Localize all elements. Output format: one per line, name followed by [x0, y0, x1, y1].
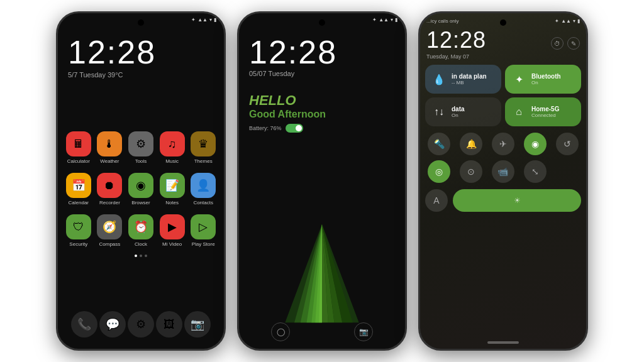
data-drop-icon: 💧 [431, 72, 447, 87]
app-mivideo[interactable]: ▶ Mi Video [158, 214, 187, 247]
tile-bluetooth[interactable]: ✦ Bluetooth On [505, 65, 581, 94]
dock-phone[interactable]: 📞 [71, 311, 97, 337]
app-weather[interactable]: 🌡 Weather [96, 131, 125, 164]
bt-icon-2: ✦ [372, 17, 377, 23]
dock-gallery[interactable]: 🖼 [156, 311, 182, 337]
bluetooth-icon: ✦ [191, 17, 196, 23]
toggle-row-1: 🔦 🔔 ✈ ◉ ↺ [420, 130, 586, 158]
app-calendar[interactable]: 📅 Calendar [64, 173, 93, 206]
tile-mobile-data[interactable]: ↑↓ data On [425, 97, 501, 126]
battery-icon: ▮ [214, 17, 216, 23]
battery-label: Battery: 76% [249, 125, 282, 131]
app-icon-playstore: ▷ [191, 214, 216, 239]
tile-mdata-text: data On [452, 106, 465, 118]
app-grid-1: 🖩 Calculator 🌡 Weather ⚙ Tools ♫ Music ♛… [58, 119, 224, 252]
app-icon-browser: ◉ [128, 173, 153, 198]
clock-area-2: 12:28 05/07 Tuesday [239, 26, 405, 80]
app-label-calendar: Calendar [69, 200, 89, 206]
tile-data-sub: -- MB [452, 80, 487, 85]
torch-toggle[interactable]: 🔦 [428, 133, 450, 155]
battery-toggle[interactable] [286, 124, 303, 133]
nav-camera-btn[interactable]: 📷 [354, 322, 373, 341]
app-security[interactable]: 🛡 Security [64, 214, 93, 247]
brightness-row: A ☀ [420, 185, 586, 216]
phone-3: ...icy calls only ✦ ▲▲ ▾ ▮ 12:28 Tuesday… [418, 11, 588, 351]
fullscreen-toggle[interactable]: ⤡ [524, 160, 547, 183]
app-label-contacts: Contacts [193, 200, 213, 206]
app-calculator[interactable]: 🖩 Calculator [64, 131, 93, 164]
dock-settings[interactable]: ⚙ [128, 311, 154, 337]
home-indicator-3 [487, 341, 519, 344]
clock-action-icons: ⏱ ✎ [551, 37, 580, 50]
nfc-toggle[interactable]: ◉ [524, 133, 547, 155]
app-icon-recorder: ⏺ [97, 173, 122, 198]
wifi-icon: ▾ [209, 17, 212, 23]
tile-data-text: in data plan -- MB [452, 73, 487, 85]
main-time-1: 12:28 [68, 36, 214, 69]
status-bar-2: ✦ ▲▲ ▾ ▮ [239, 13, 405, 26]
app-icon-contacts: 👤 [191, 173, 216, 198]
font-size-icon[interactable]: A [425, 189, 448, 212]
app-contacts[interactable]: 👤 Contacts [189, 173, 218, 206]
quick-tiles-3: 💧 in data plan -- MB ✦ Bluetooth On ↑↓ d… [420, 61, 586, 130]
app-label-tools: Tools [135, 158, 147, 164]
app-icon-compass: 🧭 [97, 214, 122, 239]
signal-icon-3: ▲▲ [561, 18, 571, 24]
app-label-music: Music [165, 158, 179, 164]
location-toggle[interactable]: ◎ [428, 160, 450, 183]
status-icons-3: ✦ ▲▲ ▾ ▮ [555, 18, 580, 24]
app-icon-clock: ⏰ [128, 214, 153, 239]
wifi-icon-2: ▾ [391, 17, 393, 23]
tile-data-plan[interactable]: 💧 in data plan -- MB [425, 65, 501, 94]
app-label-security: Security [69, 241, 87, 247]
screen-record-toggle[interactable]: ⊙ [460, 160, 482, 183]
dock-messages[interactable]: 💬 [99, 311, 126, 337]
app-label-weather: Weather [100, 158, 119, 164]
app-clock[interactable]: ⏰ Clock [126, 214, 155, 247]
nav-home-btn[interactable]: ◯ [271, 322, 290, 341]
app-label-themes: Themes [194, 158, 213, 164]
tile-wifi[interactable]: ⌂ Home-5G Connected [505, 97, 581, 126]
signal-icon: ▲▲ [197, 17, 208, 23]
app-label-clock: Clock [135, 241, 147, 247]
battery-icon-3: ▮ [577, 18, 580, 24]
app-music[interactable]: ♫ Music [158, 131, 187, 164]
tile-wifi-sub: Connected [531, 112, 559, 118]
dock-camera[interactable]: 📷 [184, 311, 211, 337]
hello-area: HELLO Good Afternoon Battery: 76% [239, 82, 405, 143]
app-notes[interactable]: 📝 Notes [158, 173, 187, 206]
airplane-toggle[interactable]: ✈ [492, 133, 514, 155]
camera-toggle[interactable]: 📹 [492, 160, 514, 183]
app-tools[interactable]: ⚙ Tools [126, 131, 155, 164]
app-themes[interactable]: ♛ Themes [189, 131, 218, 164]
tile-bt-title: Bluetooth [531, 73, 561, 80]
dot-3 [145, 255, 147, 257]
app-icon-music: ♫ [160, 131, 185, 156]
tile-wifi-title: Home-5G [531, 106, 559, 112]
hello-text: HELLO [249, 92, 395, 109]
edit-icon[interactable]: ✎ [567, 37, 580, 50]
rotation-toggle[interactable]: ↺ [556, 133, 579, 155]
app-playstore[interactable]: ▷ Play Store [189, 214, 218, 247]
app-label-calculator: Calculator [67, 158, 90, 164]
app-recorder[interactable]: ⏺ Recorder [96, 173, 125, 206]
app-label-compass: Compass [99, 241, 120, 247]
bluetooth-tile-icon: ✦ [511, 72, 526, 87]
pyramid-area [239, 223, 405, 324]
phone-1: ✦ ▲▲ ▾ ▮ 12:28 5/7 Tuesday 39°C 🖩 Calcul… [56, 11, 226, 351]
app-browser[interactable]: ◉ Browser [126, 173, 155, 206]
app-icon-tools: ⚙ [128, 131, 153, 156]
app-label-notes: Notes [165, 200, 179, 206]
signal-icon-2: ▲▲ [379, 17, 389, 23]
app-compass[interactable]: 🧭 Compass [96, 214, 125, 247]
clock-row-3: 12:28 Tuesday, May 07 ⏱ ✎ [420, 26, 586, 61]
tile-wifi-text: Home-5G Connected [531, 106, 559, 118]
bell-toggle[interactable]: 🔔 [460, 133, 482, 155]
wifi-tile-icon: ⌂ [511, 104, 526, 119]
brightness-slider[interactable]: ☀ [453, 189, 581, 212]
bottom-dock-1: 📞 💬 ⚙ 🖼 📷 [58, 311, 224, 337]
app-icon-security: 🛡 [66, 214, 91, 239]
main-time-2: 12:28 [249, 36, 395, 69]
timer-icon[interactable]: ⏱ [551, 37, 564, 50]
main-time-3: 12:28 [426, 27, 486, 53]
